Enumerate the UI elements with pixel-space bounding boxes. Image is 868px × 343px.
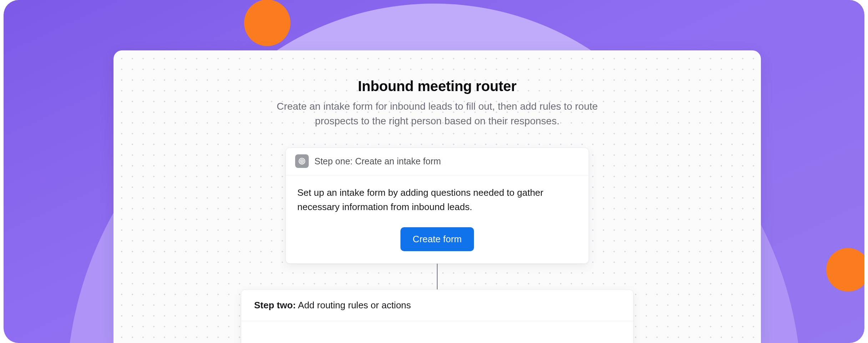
step-two-card: Step two: Add routing rules or actions	[241, 289, 634, 343]
svg-point-2	[302, 161, 302, 161]
connector-line	[437, 264, 438, 289]
step-two-body	[241, 321, 633, 343]
step-two-header: Step two: Add routing rules or actions	[241, 290, 633, 321]
step-two-prefix: Step two:	[254, 300, 296, 310]
step-one-body: Set up an intake form by adding question…	[286, 175, 589, 263]
step-one-description: Set up an intake form by adding question…	[297, 185, 577, 214]
step-one-label: Step one: Create an intake form	[314, 156, 441, 166]
main-card: Inbound meeting router Create an intake …	[113, 50, 761, 343]
stage: Inbound meeting router Create an intake …	[0, 0, 868, 343]
page-title: Inbound meeting router	[358, 78, 516, 94]
step-one-card: Step one: Create an intake form Set up a…	[286, 148, 589, 264]
page-subtitle: Create an intake form for inbound leads …	[266, 99, 609, 128]
decor-circle-top	[244, 0, 291, 46]
create-form-button[interactable]: Create form	[400, 227, 474, 251]
card-content: Inbound meeting router Create an intake …	[113, 50, 761, 343]
target-icon	[295, 154, 309, 168]
step-two-rest: Add routing rules or actions	[296, 300, 411, 310]
backdrop-panel: Inbound meeting router Create an intake …	[4, 0, 864, 343]
decor-circle-right	[826, 248, 864, 292]
step-one-header: Step one: Create an intake form	[286, 148, 589, 175]
